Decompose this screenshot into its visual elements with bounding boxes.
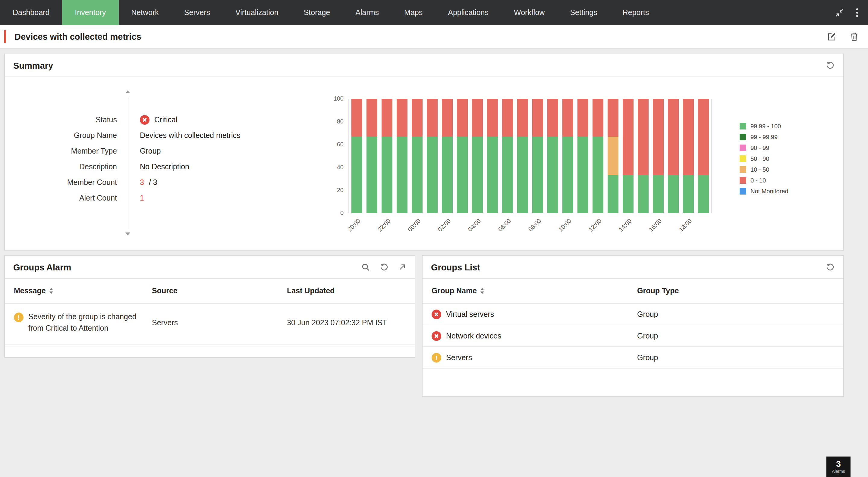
chart-x-label: 00:00 [392,217,422,247]
nav-item-settings[interactable]: Settings [557,0,610,25]
legend-item: 10 - 50 [740,166,788,173]
column-header-last-updated[interactable]: Last Updated [287,287,406,295]
field-label: Group Name [5,131,117,140]
chart-bar [683,99,694,213]
nav-item-maps[interactable]: Maps [392,0,435,25]
attention-status-icon [432,353,441,362]
alarm-row[interactable]: Severity of the group is changed from Cr… [5,304,415,345]
chart-x-label: 14:00 [602,217,632,247]
nav-item-inventory[interactable]: Inventory [62,0,119,25]
kebab-menu-icon[interactable] [856,8,858,18]
group-type: Group [637,353,834,362]
popout-icon[interactable] [398,263,406,271]
field-member-type: Member Type Group [5,143,288,159]
edit-icon[interactable] [827,32,837,41]
search-icon[interactable] [361,263,370,272]
legend-item: Not Monitored [740,188,788,195]
scroll-down-icon[interactable] [125,233,130,236]
field-alert-count: Alert Count 1 [5,190,288,206]
field-label: Member Count [5,178,117,187]
availability-chart: 020406080100 20:0022:0000:0002:0004:0006… [330,77,788,250]
refresh-icon[interactable] [826,61,835,70]
alert-count-highlight[interactable]: 1 [140,194,144,202]
group-row-servers[interactable]: Servers Group [423,347,843,369]
refresh-icon[interactable] [380,263,389,272]
alarms-label: Alarms [832,469,845,474]
nav-item-dashboard[interactable]: Dashboard [0,0,62,25]
chart-x-label: 20:00 [331,217,361,247]
alarm-last-updated: 30 Jun 2023 07:02:32 PM IST [287,319,406,327]
delete-icon[interactable] [850,32,858,41]
member-count-value: 3 / 3 [140,178,157,187]
nav-item-applications[interactable]: Applications [435,0,501,25]
chart-bar [397,99,407,213]
chart-y-axis: 020406080100 [330,99,348,213]
summary-title: Summary [13,61,53,70]
nav-actions [835,0,868,25]
groups-list-column-headers: Group Name Group Type [423,279,843,304]
page-header: Devices with collected metrics [0,25,868,49]
chart-bar [412,99,423,213]
chart-bar [502,99,513,213]
field-description: Description No Description [5,159,288,175]
column-header-source[interactable]: Source [152,287,287,295]
alert-count-value: 1 [140,194,144,202]
legend-swatch [740,156,746,162]
group-row-virtual-servers[interactable]: Virtual servers Group [423,304,843,325]
nav-item-reports[interactable]: Reports [610,0,662,25]
groups-list-title: Groups List [431,262,480,272]
chart-y-tick: 20 [337,187,344,194]
nav-item-storage[interactable]: Storage [291,0,343,25]
critical-status-icon [140,115,150,125]
status-value: Critical [140,115,177,125]
attention-severity-icon [14,313,24,322]
column-header-group-type[interactable]: Group Type [637,287,834,295]
groups-list-panel: Groups List Group Name Group Type Virtua… [422,255,844,397]
field-label: Status [5,116,117,124]
column-header-message[interactable]: Message [14,287,152,295]
chart-bar [367,99,377,213]
group-row-network-devices[interactable]: Network devices Group [423,325,843,347]
chart-x-label: 22:00 [361,217,392,247]
nav-item-workflow[interactable]: Workflow [501,0,557,25]
nav-item-network[interactable]: Network [119,0,172,25]
chart-y-tick: 100 [334,95,344,102]
summary-info: Status Critical Group Name Devices with … [5,77,288,250]
legend-swatch [740,123,746,130]
chart-bar [668,99,679,213]
alarms-badge[interactable]: 3 Alarms [827,456,850,477]
legend-swatch [740,177,746,184]
description-value: No Description [140,163,189,171]
chart-bar [472,99,483,213]
field-label: Alert Count [5,194,117,202]
chart-bar [578,99,588,213]
chart-bar [698,99,709,213]
chart-x-label: 12:00 [572,217,602,247]
chart-bar [608,99,618,213]
nav-item-virtualization[interactable]: Virtualization [223,0,291,25]
chart-bar [517,99,528,213]
member-type-value: Group [140,147,161,156]
group-name: Servers [446,353,472,362]
chart-x-label: 16:00 [632,217,663,247]
column-header-group-name[interactable]: Group Name [432,287,637,295]
chart-bar [487,99,498,213]
legend-item: 99.99 - 100 [740,123,788,130]
group-name-value: Devices with collected metrics [140,131,240,140]
scroll-up-icon[interactable] [125,90,130,93]
nav-item-alarms[interactable]: Alarms [343,0,392,25]
refresh-icon[interactable] [826,263,835,272]
legend-item: 99 - 99.99 [740,134,788,140]
collapse-icon[interactable] [835,8,844,17]
sort-icon [480,288,484,294]
summary-panel-header: Summary [5,54,843,77]
chart-bar [351,99,362,213]
critical-status-icon [432,309,441,319]
critical-status-icon [432,331,441,341]
legend-swatch [740,134,746,140]
nav-item-servers[interactable]: Servers [172,0,223,25]
legend-item: 50 - 90 [740,156,788,162]
chart-bar [562,99,573,213]
chart-bar [623,99,633,213]
member-count-highlight[interactable]: 3 [140,178,144,187]
